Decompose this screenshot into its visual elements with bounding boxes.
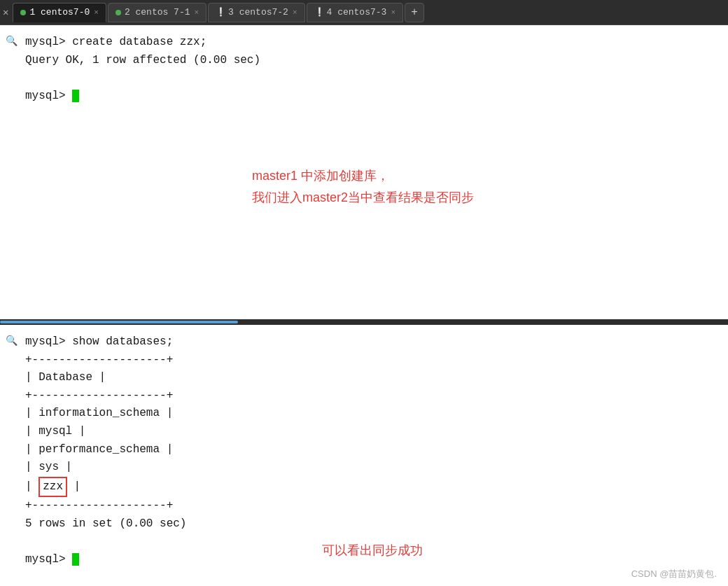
tab-centos7-0[interactable]: 1 centos7-0 ×: [13, 3, 106, 22]
search-icon-bottom: 🔍: [6, 335, 18, 347]
window-close-button[interactable]: ✕: [3, 6, 8, 18]
terminal-line-3: mysql>: [25, 88, 717, 106]
tab-dot-green-2: [115, 10, 121, 15]
scrollbar-thumb[interactable]: [0, 321, 238, 323]
tab-centos7-1[interactable]: 2 centos 7-1 ×: [108, 3, 206, 22]
tab-label-4: 4 centos7-3: [327, 7, 387, 18]
terminal-bottom-line-8: | sys |: [25, 459, 717, 477]
search-icon-top: 🔍: [6, 35, 18, 47]
tab-dot-green: [20, 10, 26, 15]
terminal-bottom-line-2: +--------------------+: [25, 351, 717, 370]
annotation-line-1: master1 中添加创建库，: [252, 165, 474, 187]
tab-close-icon-2[interactable]: ×: [195, 8, 200, 17]
annotation-top: master1 中添加创建库， 我们进入master2当中查看结果是否同步: [252, 165, 474, 208]
tab-label-2: 2 centos 7-1: [125, 7, 190, 18]
cursor-top: [72, 90, 79, 102]
new-tab-button[interactable]: +: [405, 3, 424, 22]
tab-close-icon[interactable]: ×: [94, 8, 99, 17]
annotation-bottom: 可以看出同步成功: [322, 542, 423, 559]
terminal-bottom-line-5: | information_schema |: [25, 405, 717, 423]
terminal-bottom-line-9: | zzx |: [25, 477, 717, 498]
tab-label: 1 centos7-0: [29, 7, 90, 18]
tab-bar: ✕ 1 centos7-0 × 2 centos 7-1 × ❕ 3 cento…: [0, 0, 728, 25]
terminal-bottom: 🔍 mysql> show databases; +--------------…: [0, 325, 728, 586]
annotation-line-2: 我们进入master2当中查看结果是否同步: [252, 187, 474, 209]
terminal-bottom-line-7: | performance_schema |: [25, 441, 717, 459]
tab-centos7-3[interactable]: ❕ 4 centos7-3 ×: [307, 3, 403, 22]
terminal-bottom-line-6: | mysql |: [25, 423, 717, 441]
tab-close-icon-3[interactable]: ×: [293, 8, 298, 17]
cursor-bottom: [72, 553, 79, 566]
tab-centos7-2[interactable]: ❕ 3 centos7-2 ×: [208, 3, 304, 22]
divider: [0, 319, 728, 325]
terminal-top: 🔍 mysql> create database zzx; Query OK, …: [0, 25, 728, 319]
tab-warning-icon-3: ❕: [216, 7, 226, 18]
terminal-content-bottom: mysql> show databases; +----------------…: [11, 333, 717, 569]
terminal-bottom-line-11: 5 rows in set (0.00 sec): [25, 515, 717, 533]
terminal-bottom-line-10: +--------------------+: [25, 497, 717, 515]
terminal-bottom-line-4: +--------------------+: [25, 387, 717, 405]
terminal-bottom-line-1: mysql> show databases;: [25, 333, 717, 351]
tab-label-3: 3 centos7-2: [228, 7, 288, 18]
terminal-line-2: Query OK, 1 row affected (0.00 sec): [25, 52, 717, 70]
csdn-watermark: CSDN @苗苗奶黄包.: [631, 568, 717, 580]
terminal-line-1: mysql> create database zzx;: [25, 34, 717, 52]
tab-close-icon-4[interactable]: ×: [391, 8, 396, 17]
tab-warning-icon-4: ❕: [314, 7, 325, 18]
terminal-bottom-line-3: | Database |: [25, 369, 717, 387]
zzx-highlighted: zzx: [38, 477, 67, 498]
terminal-content-top: mysql> create database zzx; Query OK, 1 …: [11, 34, 717, 105]
